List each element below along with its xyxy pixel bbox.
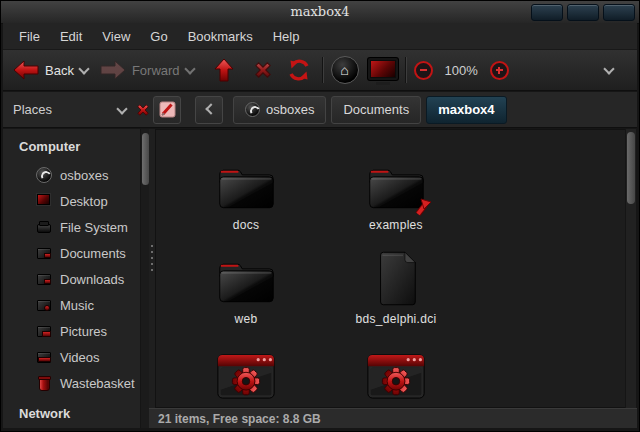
menu-help[interactable]: Help [263,25,310,48]
breadcrumb-osboxes[interactable]: osboxes [233,96,326,124]
places-selector[interactable]: Places [13,102,109,117]
up-arrow-icon [214,58,234,82]
breadcrumb-label: Documents [343,102,409,117]
sidebar-item-music[interactable]: Music [3,292,140,318]
document-icon [374,247,419,307]
file-view-scrollbar[interactable] [625,129,636,408]
user-home-icon [245,102,260,117]
folder-icon [216,247,276,307]
sidebar-item-file-system[interactable]: File System [3,214,140,240]
breadcrumb-back-button[interactable] [195,96,223,124]
sidebar-item-label: Downloads [60,272,124,287]
file-label: docs [233,218,260,232]
menu-view[interactable]: View [92,25,140,48]
places-chevron-icon[interactable] [116,103,127,114]
desktop-icon [367,56,397,84]
videos-folder-icon [36,349,52,365]
file-dmath.dll[interactable]: dmath.dll [171,331,321,408]
breadcrumb-maxbox4[interactable]: maxbox4 [426,96,506,124]
filesystem-icon [36,219,52,235]
side-pane-header: Places [3,102,153,118]
sidebar-item-label: File System [60,220,128,235]
toolbar-separator [405,57,406,83]
sidebar-item-label: Music [60,298,94,313]
toolbar: Back Forward ⌂ [3,50,637,91]
menu-bookmarks[interactable]: Bookmarks [178,25,263,48]
back-label: Back [45,63,74,78]
sidebar-item-label: Pictures [60,324,107,339]
breadcrumb: osboxesDocumentsmaxbox4 [233,96,507,124]
file-examples[interactable]: examples [321,143,471,237]
minimize-button[interactable] [531,4,563,21]
file-manager-window: maxbox4 FileEditViewGoBookmarksHelp Back… [0,0,640,432]
up-button[interactable] [214,58,234,82]
forward-button[interactable]: Forward [100,60,194,80]
sidebar-item-label: Wastebasket [60,376,135,391]
close-side-pane-icon[interactable] [135,102,151,118]
file-view[interactable]: docs examples web bds_delphi.dci [155,129,626,408]
menu-file[interactable]: File [9,25,50,48]
zoom-in-button[interactable] [490,61,509,80]
stop-button[interactable] [252,59,274,81]
window-controls [531,4,635,21]
file-web[interactable]: web [171,237,321,331]
file-view-scrollbar-thumb[interactable] [627,132,635,204]
library-icon [366,341,426,401]
zoom-level: 100% [445,63,478,78]
sidebar-item-desktop[interactable]: Desktop [3,188,140,214]
desktop-icon [36,193,52,209]
file-label: bds_delphi.dci [356,312,437,326]
close-button[interactable] [603,4,635,21]
location-bar: Places osboxesDocumentsmaxbox4 [3,92,637,128]
documents-folder-icon [36,245,52,261]
desktop-button[interactable] [367,56,397,84]
file-docs[interactable]: docs [171,143,321,237]
splitter-grip-icon [151,245,153,271]
maximize-button[interactable] [567,4,599,21]
reload-button[interactable] [288,59,310,81]
status-text: 21 items, Free space: 8.8 GB [158,412,321,426]
sidebar-section-network: Network [3,396,140,428]
file-label: examples [369,218,423,232]
file-grid: docs examples web bds_delphi.dci [171,143,625,408]
zoom-out-button[interactable] [414,61,433,80]
sidebar-item-documents[interactable]: Documents [3,240,140,266]
home-icon [36,167,52,183]
sidebar-section-computer: Computer [3,129,140,162]
back-button[interactable]: Back [13,60,88,80]
sidebar-item-wastebasket[interactable]: Wastebasket [3,370,140,396]
breadcrumb-label: osboxes [266,102,314,117]
menu-edit[interactable]: Edit [50,25,92,48]
toolbar-separator [322,57,323,83]
menubar: FileEditViewGoBookmarksHelp [3,23,637,50]
breadcrumb-label: maxbox4 [438,102,494,117]
toolbar-overflow-chevron-icon[interactable] [603,63,614,74]
sidebar-item-pictures[interactable]: Pictures [3,318,140,344]
sidebar-scrollbar-thumb[interactable] [142,133,149,185]
file-fannfloat.dll[interactable]: fannfloat.dll [321,331,471,408]
forward-arrow-icon [100,60,126,80]
sidebar-item-downloads[interactable]: Downloads [3,266,140,292]
sidebar-item-videos[interactable]: Videos [3,344,140,370]
sidebar-item-label: Documents [60,246,126,261]
forward-label: Forward [132,63,180,78]
side-pane: ComputerosboxesDesktopFile SystemDocumen… [3,129,140,428]
home-icon: ⌂ [331,56,359,84]
file-bds_delphi.dci[interactable]: bds_delphi.dci [321,237,471,331]
folder-icon [216,153,276,213]
menu-go[interactable]: Go [140,25,177,48]
chevron-left-icon [205,103,216,114]
edit-path-button[interactable] [153,96,181,124]
stop-x-icon [252,59,274,81]
sidebar-item-osboxes[interactable]: osboxes [3,162,140,188]
titlebar[interactable]: maxbox4 [1,1,639,24]
refresh-icon [288,59,310,81]
statusbar: 21 items, Free space: 8.8 GB [149,408,637,428]
back-history-chevron-icon[interactable] [78,63,89,74]
home-button[interactable]: ⌂ [331,56,359,84]
back-arrow-icon [13,60,39,80]
breadcrumb-documents[interactable]: Documents [331,96,421,124]
edit-path-pencil-icon [159,101,176,118]
music-folder-icon [36,297,52,313]
sidebar-list: ComputerosboxesDesktopFile SystemDocumen… [3,129,140,428]
